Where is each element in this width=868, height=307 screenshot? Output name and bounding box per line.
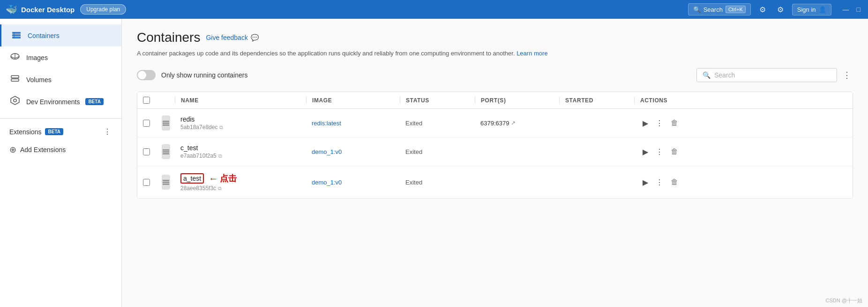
extensions-label: Extensions <box>9 128 41 136</box>
row-status-cell: Exited <box>400 179 475 186</box>
more-actions-button[interactable]: ⋮ <box>653 176 666 189</box>
delete-container-button[interactable]: 🗑 <box>668 146 681 158</box>
row-image-cell: demo_1:v0 <box>306 148 400 155</box>
page-header: Containers Give feedback 💬 <box>137 30 853 45</box>
global-search-button[interactable]: 🔍 Search Ctrl+K <box>688 3 751 15</box>
sidebar-item-images[interactable]: Images <box>0 46 121 69</box>
user-icon: 👤 <box>819 6 826 13</box>
extensions-beta-badge: BETA <box>45 128 63 135</box>
row-icon-cell <box>156 115 175 130</box>
click-text: 点击 <box>220 173 237 184</box>
svg-rect-17 <box>163 182 169 183</box>
image-link-a_test[interactable]: demo_1:v0 <box>312 179 342 186</box>
col-started: STARTED <box>559 97 634 104</box>
col-icon <box>156 97 175 104</box>
table-row: redis 5ab18a7e8dec ⧉ redis:latest Exited <box>137 109 853 138</box>
containers-table: NAME IMAGE STATUS PORT(S) STARTED ACTION… <box>137 92 853 199</box>
row-ports-cell: 6379:6379 ↗ <box>475 120 559 127</box>
sidebar-item-volumes[interactable]: Volumes <box>0 69 121 91</box>
svg-rect-18 <box>163 184 169 185</box>
start-container-button[interactable]: ▶ <box>640 146 651 158</box>
copy-id-icon[interactable]: ⧉ <box>219 124 223 130</box>
sidebar-item-containers[interactable]: Containers <box>0 24 121 46</box>
search-input[interactable] <box>714 71 831 79</box>
container-name: a_test <box>183 175 201 182</box>
delete-container-button[interactable]: 🗑 <box>668 176 681 188</box>
row-status-cell: Exited <box>400 120 475 127</box>
search-icon: 🔍 <box>693 6 701 13</box>
row-image-cell: redis:latest <box>306 120 400 127</box>
sign-in-button[interactable]: Sign in 👤 <box>792 4 831 15</box>
svg-rect-1 <box>12 34 21 36</box>
row-actions-cell: ▶ ⋮ 🗑 <box>634 176 690 189</box>
table-options-button[interactable]: ⋮ <box>841 68 853 82</box>
copy-id-icon[interactable]: ⧉ <box>218 153 222 159</box>
docker-whale-icon: 🐳 <box>6 4 17 15</box>
container-id: e7aab710f2a5 ⧉ <box>180 153 222 159</box>
toggle-label: Only show running containers <box>161 71 247 79</box>
search-label: Search <box>703 6 723 13</box>
row-image-cell: demo_1:v0 <box>306 179 400 186</box>
extensions-section-header: Extensions BETA ⋮ <box>0 123 121 141</box>
settings-icon-button[interactable]: ⚙ <box>774 3 786 16</box>
extensions-more-button[interactable]: ⋮ <box>103 126 112 137</box>
sidebar-nav-section: Containers Images <box>0 23 121 115</box>
select-all-checkbox[interactable] <box>143 97 150 104</box>
image-link-c_test[interactable]: demo_1:v0 <box>312 148 342 155</box>
extensions-icon-button[interactable]: ⚙ <box>756 3 769 16</box>
learn-more-label: Learn more <box>516 50 547 57</box>
minimize-button[interactable]: — <box>841 5 851 14</box>
row-actions-cell: ▶ ⋮ 🗑 <box>634 117 690 130</box>
sidebar-divider <box>0 118 121 119</box>
feedback-icon: 💬 <box>251 34 259 41</box>
toolbar: Only show running containers 🔍 ⋮ <box>137 68 853 82</box>
sidebar-item-dev-environments[interactable]: Dev Environments BETA <box>0 91 121 113</box>
table-row: a_test ← 点击 28aee8355f3c ⧉ <box>137 166 853 198</box>
svg-rect-11 <box>163 123 169 124</box>
maximize-button[interactable]: □ <box>855 5 862 14</box>
delete-container-button[interactable]: 🗑 <box>668 117 681 129</box>
row-checkbox-redis[interactable] <box>143 120 150 127</box>
copy-id-icon[interactable]: ⧉ <box>218 185 222 192</box>
images-icon <box>9 51 21 64</box>
main-layout: Containers Images <box>0 19 868 307</box>
svg-marker-8 <box>11 96 19 105</box>
running-containers-toggle[interactable] <box>137 70 156 80</box>
row-name-cell: c_test e7aab710f2a5 ⧉ <box>175 144 306 159</box>
image-link-redis[interactable]: redis:latest <box>312 120 341 127</box>
svg-rect-14 <box>163 151 169 153</box>
start-container-button[interactable]: ▶ <box>640 176 651 189</box>
container-name-group: redis 5ab18a7e8dec ⧉ <box>180 115 223 130</box>
table-header-row: NAME IMAGE STATUS PORT(S) STARTED ACTION… <box>137 92 853 109</box>
more-actions-button[interactable]: ⋮ <box>653 146 666 158</box>
svg-rect-13 <box>163 149 169 151</box>
click-annotation: ← 点击 <box>209 173 237 184</box>
highlighted-container-name: a_test <box>180 173 204 184</box>
row-checkbox-a_test[interactable] <box>143 179 150 186</box>
start-container-button[interactable]: ▶ <box>640 117 651 130</box>
learn-more-link[interactable]: Learn more <box>516 50 547 57</box>
container-id: 5ab18a7e8dec ⧉ <box>180 124 223 130</box>
page-title: Containers <box>137 30 200 45</box>
containers-icon <box>11 29 22 42</box>
give-feedback-link[interactable]: Give feedback 💬 <box>206 34 259 41</box>
upgrade-plan-button[interactable]: Upgrade plan <box>80 4 126 15</box>
svg-rect-15 <box>163 153 169 154</box>
row-status-cell: Exited <box>400 148 475 155</box>
add-icon: ⊕ <box>9 145 16 155</box>
watermark: CSDN @十一姐 <box>826 297 862 304</box>
sidebar: Containers Images <box>0 19 122 307</box>
volumes-icon <box>9 73 21 86</box>
row-icon-cell <box>156 144 175 159</box>
app-header: 🐳 Docker Desktop Upgrade plan 🔍 Search C… <box>0 0 868 19</box>
row-checkbox-c_test[interactable] <box>143 148 150 155</box>
add-extensions-label: Add Extensions <box>20 146 66 154</box>
toggle-knob <box>138 71 146 79</box>
search-icon: 🔍 <box>703 71 711 79</box>
window-controls: — □ <box>841 5 862 14</box>
port-link-icon[interactable]: ↗ <box>511 120 516 126</box>
more-actions-button[interactable]: ⋮ <box>653 117 666 130</box>
add-extensions-button[interactable]: ⊕ Add Extensions <box>0 141 121 159</box>
col-image: IMAGE <box>306 97 400 104</box>
container-name-group: a_test ← 点击 28aee8355f3c ⧉ <box>180 173 237 192</box>
